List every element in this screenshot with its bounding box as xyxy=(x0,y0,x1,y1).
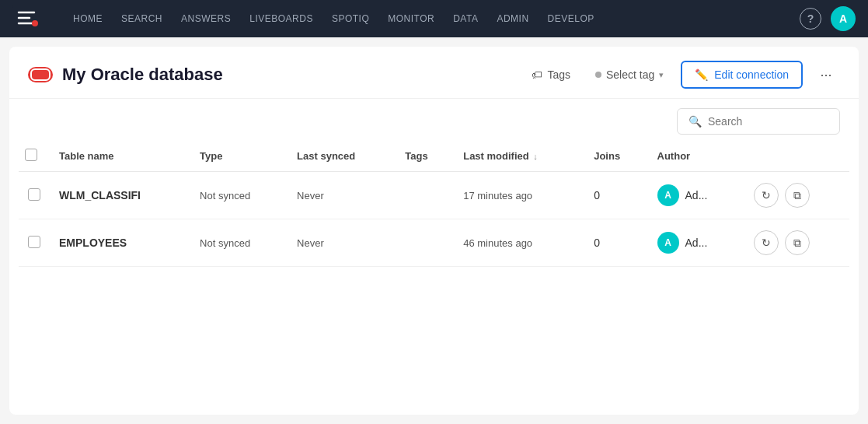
header-actions: 🏷 Tags Select tag ▾ ✏️ Edit connection ·… xyxy=(524,61,840,89)
sync-button[interactable]: ↻ xyxy=(754,183,779,208)
page-title: My Oracle database xyxy=(62,65,514,85)
row-joins: 0 xyxy=(584,172,647,219)
search-icon: 🔍 xyxy=(688,115,702,128)
author-avatar: A xyxy=(657,184,679,206)
row-checkbox-cell xyxy=(19,172,50,219)
select-tag-label: Select tag xyxy=(606,68,654,81)
table-header-row: Table name Type Last synced Tags Last mo… xyxy=(19,141,849,172)
row-tags xyxy=(396,219,454,267)
nav-data[interactable]: DATA xyxy=(445,9,486,29)
row-tags xyxy=(396,172,454,219)
table-area: Table name Type Last synced Tags Last mo… xyxy=(9,141,859,415)
nav-admin[interactable]: ADMIN xyxy=(489,9,536,29)
search-area: 🔍 xyxy=(9,99,859,141)
user-avatar[interactable]: A xyxy=(831,6,856,31)
nav-spotiq[interactable]: SPOTIQ xyxy=(324,9,377,29)
dot-indicator xyxy=(595,72,601,78)
author-name: Ad... xyxy=(685,189,708,201)
table-row: EMPLOYEES Not synced Never 46 minutes ag… xyxy=(19,219,849,267)
help-button[interactable]: ? xyxy=(800,8,821,30)
col-author: Author xyxy=(648,141,745,172)
table-row: WLM_CLASSIFI Not synced Never 17 minutes… xyxy=(19,172,849,219)
main-card: My Oracle database 🏷 Tags Select tag ▾ ✏… xyxy=(9,47,859,415)
more-options-button[interactable]: ··· xyxy=(812,61,840,89)
row-type: Not synced xyxy=(190,172,288,219)
row-table-name: WLM_CLASSIFI xyxy=(50,172,190,219)
pencil-icon: ✏️ xyxy=(695,68,708,81)
search-box: 🔍 xyxy=(677,108,840,135)
sync-button[interactable]: ↻ xyxy=(754,230,779,255)
row-checkbox-cell xyxy=(19,219,50,267)
edit-connection-button[interactable]: ✏️ Edit connection xyxy=(681,61,803,89)
row-last-modified: 46 minutes ago xyxy=(454,219,584,267)
tags-label: Tags xyxy=(547,68,570,81)
select-tag-button[interactable]: Select tag ▾ xyxy=(587,64,671,86)
row-actions-cell: ↻ ⧉ xyxy=(744,172,849,219)
select-all-checkbox[interactable] xyxy=(25,149,37,161)
edit-connection-label: Edit connection xyxy=(714,68,789,81)
nav-home[interactable]: HOME xyxy=(65,9,110,29)
tag-icon: 🏷 xyxy=(532,68,542,81)
col-table-name: Table name xyxy=(50,141,190,172)
nav-monitor[interactable]: MONITOR xyxy=(380,9,442,29)
nav-liveboards[interactable]: LIVEBOARDS xyxy=(242,9,321,29)
page-header: My Oracle database 🏷 Tags Select tag ▾ ✏… xyxy=(9,47,859,99)
sort-icon: ↓ xyxy=(533,152,538,161)
row-last-synced: Never xyxy=(288,172,396,219)
author-avatar: A xyxy=(657,232,679,254)
row-joins: 0 xyxy=(584,219,647,267)
author-name: Ad... xyxy=(685,237,708,249)
nav-answers[interactable]: ANSWERS xyxy=(173,9,239,29)
data-table: Table name Type Last synced Tags Last mo… xyxy=(19,141,849,267)
row-checkbox[interactable] xyxy=(28,236,40,248)
nav-links: HOME SEARCH ANSWERS LIVEBOARDS SPOTIQ MO… xyxy=(65,9,781,29)
tags-button[interactable]: 🏷 Tags xyxy=(524,64,578,86)
row-table-name: EMPLOYEES xyxy=(50,219,190,267)
oracle-icon xyxy=(28,67,53,82)
copy-button[interactable]: ⧉ xyxy=(785,183,810,208)
col-last-synced: Last synced xyxy=(288,141,396,172)
col-type: Type xyxy=(190,141,288,172)
row-actions-cell: ↻ ⧉ xyxy=(744,219,849,267)
col-joins: Joins xyxy=(584,141,647,172)
col-actions xyxy=(744,141,849,172)
chevron-down-icon: ▾ xyxy=(659,70,664,80)
checkbox-header xyxy=(19,141,50,172)
row-last-synced: Never xyxy=(288,219,396,267)
svg-point-4 xyxy=(32,20,38,26)
row-author: A Ad... xyxy=(648,219,745,267)
col-tags: Tags xyxy=(396,141,454,172)
nav-search[interactable]: SEARCH xyxy=(113,9,170,29)
col-last-modified[interactable]: Last modified ↓ xyxy=(454,141,584,172)
row-author: A Ad... xyxy=(648,172,745,219)
row-checkbox[interactable] xyxy=(28,188,40,201)
nav-actions: ? A xyxy=(800,6,856,31)
logo[interactable] xyxy=(12,5,40,33)
row-type: Not synced xyxy=(190,219,288,267)
nav-develop[interactable]: DEVELOP xyxy=(540,9,602,29)
navbar: HOME SEARCH ANSWERS LIVEBOARDS SPOTIQ MO… xyxy=(0,0,868,37)
copy-button[interactable]: ⧉ xyxy=(785,230,810,255)
row-last-modified: 17 minutes ago xyxy=(454,172,584,219)
search-input[interactable] xyxy=(708,115,828,128)
